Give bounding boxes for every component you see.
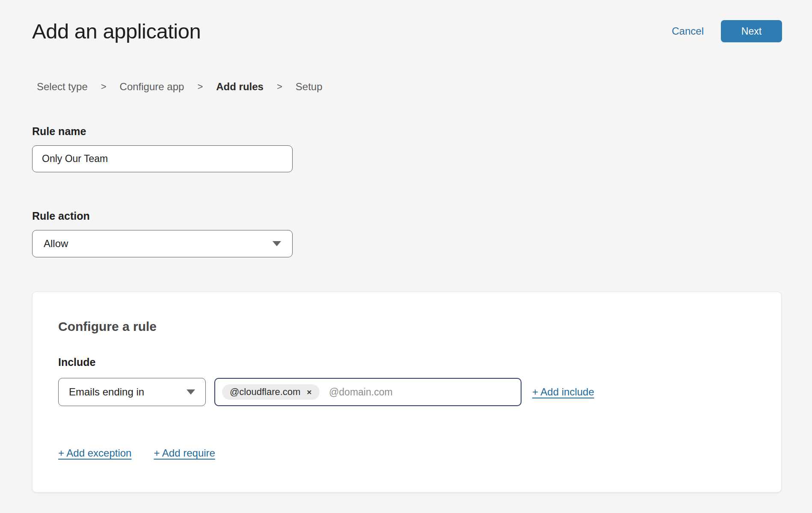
add-application-page: Add an application Cancel Next Select ty… [0, 0, 812, 513]
breadcrumb-step-setup[interactable]: Setup [296, 81, 323, 93]
breadcrumb-separator: > [197, 81, 203, 92]
breadcrumb-step-configure-app[interactable]: Configure app [120, 81, 184, 93]
header-actions: Cancel Next [672, 20, 782, 42]
configure-rule-card: Configure a rule Include Emails ending i… [32, 292, 782, 492]
breadcrumb-separator: > [277, 81, 282, 92]
include-criteria-select[interactable]: Emails ending in [58, 378, 206, 406]
cancel-button[interactable]: Cancel [672, 25, 704, 37]
breadcrumb-step-add-rules[interactable]: Add rules [216, 81, 264, 93]
add-include-link[interactable]: + Add include [532, 386, 594, 398]
add-exception-link[interactable]: + Add exception [58, 447, 131, 459]
breadcrumb-separator: > [101, 81, 107, 92]
include-criteria-selected-value: Emails ending in [69, 386, 144, 398]
chevron-down-icon [187, 389, 195, 395]
chevron-down-icon [273, 241, 281, 246]
rule-name-input[interactable] [32, 145, 293, 172]
include-label: Include [58, 356, 756, 369]
rule-action-selected-value: Allow [44, 238, 68, 250]
rule-extra-links: + Add exception + Add require [58, 447, 756, 459]
breadcrumb: Select type > Configure app > Add rules … [37, 81, 812, 93]
page-header: Add an application Cancel Next [0, 0, 812, 43]
add-require-link[interactable]: + Add require [154, 447, 215, 459]
email-domain-chip: @cloudflare.com ✕ [222, 384, 320, 400]
next-button[interactable]: Next [721, 20, 782, 42]
close-icon[interactable]: ✕ [306, 389, 312, 395]
include-rule-row: Emails ending in @cloudflare.com ✕ + Add… [58, 378, 756, 406]
rule-name-label: Rule name [32, 125, 812, 138]
email-domain-text-entry[interactable] [329, 386, 514, 398]
card-title: Configure a rule [58, 319, 756, 334]
chip-value: @cloudflare.com [230, 386, 300, 398]
rule-action-select[interactable]: Allow [32, 230, 293, 257]
breadcrumb-step-select-type[interactable]: Select type [37, 81, 88, 93]
email-domains-input[interactable]: @cloudflare.com ✕ [214, 378, 522, 406]
rule-action-label: Rule action [32, 210, 812, 222]
page-title: Add an application [32, 19, 201, 43]
